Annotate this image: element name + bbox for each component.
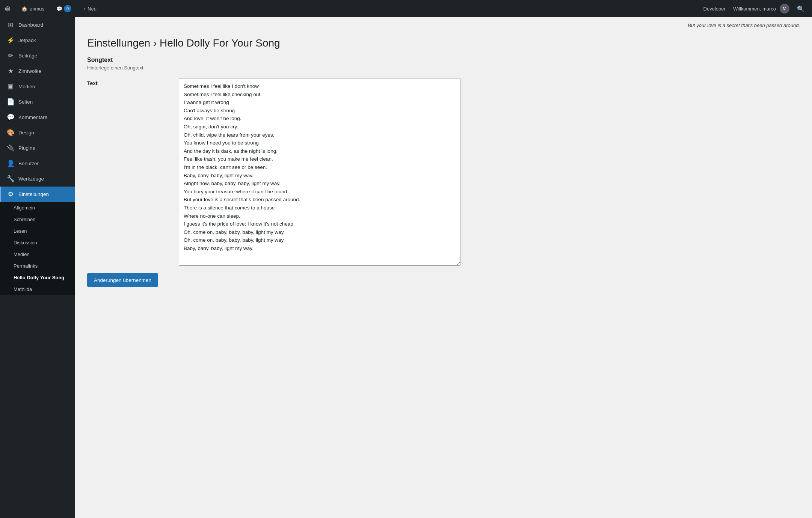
adminbar-site-link[interactable]: 🏠 unmus	[18, 0, 47, 17]
beitraege-icon: ✏	[6, 52, 15, 60]
einstellungen-submenu: Allgemein Schreiben Lesen Diskussion Med…	[0, 202, 75, 295]
werkzeuge-icon: 🔧	[6, 175, 15, 183]
lyrics-textarea[interactable]	[179, 78, 460, 266]
einstellungen-icon: ⚙	[6, 190, 15, 198]
text-field-row: Text	[87, 78, 476, 266]
form-section: Songtext Hinterlege einen Songtext Text …	[87, 57, 476, 287]
form-submit: Änderungen übernehmen	[87, 273, 476, 287]
section-title: Songtext	[87, 57, 476, 63]
admin-bar: ⊛ 🏠 unmus 💬 0 + Neu Developer Willkommen…	[0, 0, 812, 17]
adminbar-user-link[interactable]: Willkommen, marco M	[730, 0, 792, 17]
page-title: Einstellungen › Hello Dolly For Your Son…	[87, 37, 476, 49]
benutzer-icon: 👤	[6, 160, 15, 167]
main-content: But your love is a secret that's been pa…	[75, 17, 812, 518]
sidebar-item-kommentare[interactable]: 💬 Kommentare	[0, 110, 75, 125]
adminbar-new-link[interactable]: + Neu	[80, 0, 100, 17]
comment-icon: 💬	[56, 6, 62, 12]
sidebar-item-beitraege[interactable]: ✏ Beiträge	[0, 48, 75, 63]
plugins-icon: 🔌	[6, 144, 15, 152]
submenu-item-allgemein[interactable]: Allgemein	[0, 202, 75, 214]
sidebar-item-einstellungen[interactable]: ⚙ Einstellungen	[0, 187, 75, 202]
submenu-item-lesen[interactable]: Lesen	[0, 225, 75, 237]
sidebar-item-plugins[interactable]: 🔌 Plugins	[0, 140, 75, 156]
text-label: Text	[87, 78, 170, 86]
sidebar-item-medien[interactable]: ▣ Medien	[0, 79, 75, 94]
dashboard-icon: ⊞	[6, 21, 15, 29]
design-icon: 🎨	[6, 129, 15, 137]
wp-logo-icon[interactable]: ⊛	[5, 4, 11, 13]
home-icon: 🏠	[21, 6, 27, 12]
submenu-item-diskussion[interactable]: Diskussion	[0, 237, 75, 248]
submenu-item-medien-sub[interactable]: Medien	[0, 248, 75, 260]
adminbar-developer-link[interactable]: Developer	[700, 0, 729, 17]
avatar: M	[780, 4, 789, 14]
medien-icon: ▣	[6, 83, 15, 90]
sidebar-item-design[interactable]: 🎨 Design	[0, 125, 75, 140]
sidebar-item-seiten[interactable]: 📄 Seiten	[0, 94, 75, 110]
submenu-item-permalinks[interactable]: Permalinks	[0, 260, 75, 272]
submenu-item-schreiben[interactable]: Schreiben	[0, 214, 75, 225]
adminbar-comments-link[interactable]: 💬 0	[53, 0, 74, 17]
top-notice: But your love is a secret that's been pa…	[75, 17, 812, 28]
search-icon[interactable]: 🔍	[794, 5, 807, 12]
submenu-item-mathilda[interactable]: Mathilda	[0, 283, 75, 295]
sidebar: ⊞ Dashboard ⚡ Jetpack ✏ Beiträge ★ Zimtw…	[0, 17, 75, 518]
sidebar-item-dashboard[interactable]: ⊞ Dashboard	[0, 17, 75, 33]
jetpack-icon: ⚡	[6, 36, 15, 44]
save-button[interactable]: Änderungen übernehmen	[87, 273, 158, 287]
sidebar-item-benutzer[interactable]: 👤 Benutzer	[0, 156, 75, 171]
submenu-item-hello-dolly[interactable]: Hello Dolly Your Song	[0, 272, 75, 283]
zimtwolke-icon: ★	[6, 67, 15, 75]
sidebar-item-jetpack[interactable]: ⚡ Jetpack	[0, 33, 75, 48]
kommentare-icon: 💬	[6, 113, 15, 121]
seiten-icon: 📄	[6, 98, 15, 106]
comment-count-badge: 0	[64, 5, 71, 12]
sidebar-item-zimtwolke[interactable]: ★ Zimtwolke	[0, 63, 75, 79]
section-description: Hinterlege einen Songtext	[87, 65, 476, 71]
sidebar-item-werkzeuge[interactable]: 🔧 Werkzeuge	[0, 171, 75, 187]
